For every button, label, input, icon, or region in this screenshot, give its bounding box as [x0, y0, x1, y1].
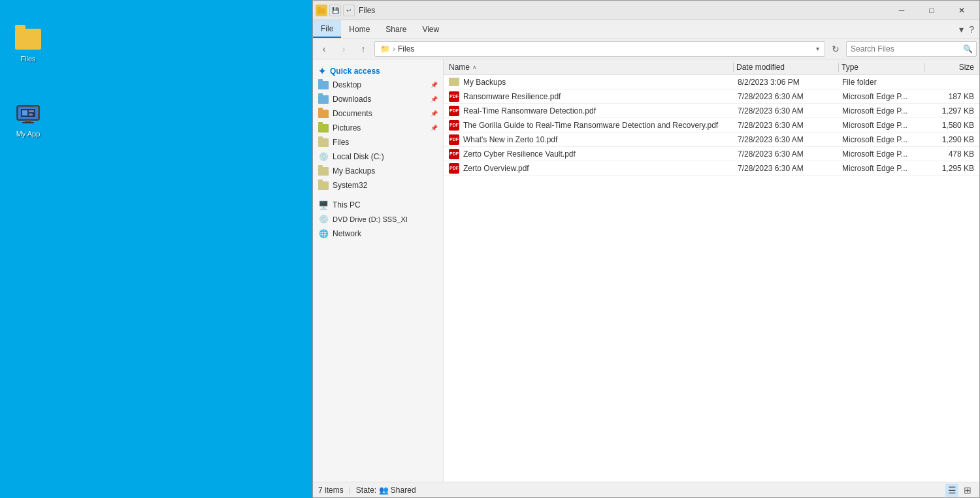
folder-icon: [449, 78, 459, 86]
sidebar-item-desktop-label: Desktop: [333, 80, 361, 89]
menu-file[interactable]: File: [313, 20, 341, 38]
menu-share[interactable]: Share: [378, 20, 414, 38]
table-row[interactable]: PDF The Gorilla Guide to Real-Time Ranso…: [444, 118, 979, 132]
file-name-cell: PDF What's New in Zerto 10.pdf: [446, 134, 735, 145]
sidebar-item-dvd-drive[interactable]: 💿 DVD Drive (D:) SSS_XI: [313, 212, 443, 226]
close-button[interactable]: ✕: [947, 1, 977, 20]
menu-view[interactable]: View: [414, 20, 447, 38]
sidebar-item-downloads[interactable]: Downloads 📌: [313, 92, 443, 106]
forward-button[interactable]: ›: [335, 41, 352, 57]
title-bar-undo-icon: ↩: [343, 5, 355, 16]
back-button[interactable]: ‹: [316, 41, 333, 57]
file-size-cell: 1,290 KB: [924, 135, 977, 144]
menu-help-icon[interactable]: ?: [969, 24, 974, 35]
col-header-size[interactable]: Size: [924, 63, 977, 72]
sidebar-item-files[interactable]: Files: [313, 135, 443, 149]
sidebar-item-downloads-label: Downloads: [333, 95, 371, 104]
file-name: Zerto Cyber Resilience Vault.pdf: [463, 149, 576, 159]
table-row[interactable]: PDF Zerto Overview.pdf 7/28/2023 6:30 AM…: [444, 161, 979, 176]
pin-icon-desktop: 📌: [431, 82, 438, 88]
quick-access-star-icon: ✦: [318, 66, 326, 76]
address-path[interactable]: 📁 › Files ▾: [374, 41, 825, 57]
this-pc-icon: 🖥️: [318, 200, 329, 210]
main-area: ✦ Quick access Desktop 📌 Downloads 📌: [313, 59, 979, 482]
desktop-icon-files-label: Files: [20, 55, 35, 63]
up-button[interactable]: ↑: [355, 41, 372, 57]
file-date-cell: 7/28/2023 6:30 AM: [735, 106, 840, 116]
pin-icon-pictures: 📌: [431, 125, 438, 131]
sidebar-item-my-backups[interactable]: My Backups: [313, 164, 443, 178]
refresh-button[interactable]: ↻: [828, 41, 843, 57]
pin-icon-downloads: 📌: [431, 96, 438, 102]
file-list: Name ∧ Date modified Type Size: [444, 59, 979, 482]
file-size-cell: 1,295 KB: [924, 164, 977, 173]
svg-rect-6: [25, 120, 31, 122]
file-name: My Backups: [463, 78, 506, 87]
sidebar-item-network[interactable]: 🌐 Network: [313, 226, 443, 241]
sidebar-item-this-pc[interactable]: 🖥️ This PC: [313, 198, 443, 212]
desktop-icon-myapp[interactable]: My App: [5, 101, 51, 138]
sidebar-item-local-disk[interactable]: 💿 Local Disk (C:): [313, 149, 443, 164]
title-bar-controls: ─ □ ✕: [887, 1, 977, 20]
table-row[interactable]: PDF Zerto Cyber Resilience Vault.pdf 7/2…: [444, 147, 979, 161]
pdf-icon: PDF: [449, 106, 459, 116]
file-type-cell: Microsoft Edge P...: [840, 135, 924, 144]
svg-rect-9: [318, 7, 321, 9]
path-icon: 📁: [380, 44, 390, 54]
title-bar-folder-icon: [316, 5, 327, 16]
system32-folder-icon: [318, 180, 329, 191]
path-current: Files: [398, 44, 414, 54]
pin-icon-documents: 📌: [431, 110, 438, 117]
file-name: What's New in Zerto 10.pdf: [463, 135, 557, 144]
desktop-icon-files[interactable]: Files: [5, 26, 51, 63]
dvd-drive-icon: 💿: [318, 214, 329, 225]
menu-collapse-icon[interactable]: ▾: [959, 24, 964, 35]
file-date-cell: 7/28/2023 6:30 AM: [735, 149, 840, 159]
file-date-cell: 7/28/2023 6:30 AM: [735, 164, 840, 173]
svg-rect-4: [29, 110, 34, 112]
network-icon: 🌐: [318, 228, 329, 239]
sidebar-item-system32[interactable]: System32: [313, 178, 443, 193]
minimize-button[interactable]: ─: [887, 1, 917, 20]
file-name: Zerto Overview.pdf: [463, 164, 529, 173]
address-dropdown-icon[interactable]: ▾: [816, 45, 819, 52]
quick-access-label: Quick access: [330, 67, 380, 76]
explorer-window: 💾 ↩ Files ─ □ ✕ File Home Share View ▾ ?…: [312, 0, 980, 498]
sidebar-item-documents[interactable]: Documents 📌: [313, 106, 443, 121]
sidebar-item-desktop[interactable]: Desktop 📌: [313, 78, 443, 92]
sidebar-item-network-label: Network: [333, 229, 361, 238]
file-size-cell: 1,580 KB: [924, 121, 977, 130]
sidebar-item-pictures[interactable]: Pictures 📌: [313, 121, 443, 135]
details-view-button[interactable]: ☰: [945, 484, 958, 497]
my-backups-folder-icon: [318, 166, 329, 176]
menu-home[interactable]: Home: [341, 20, 378, 38]
table-row[interactable]: PDF Ransomware Resilience.pdf 7/28/2023 …: [444, 89, 979, 104]
file-name-cell: PDF The Gorilla Guide to Real-Time Ranso…: [446, 120, 735, 131]
sidebar-item-dvd-drive-label: DVD Drive (D:) SSS_XI: [333, 215, 408, 223]
tiles-view-button[interactable]: ⊞: [961, 484, 974, 497]
table-row[interactable]: PDF What's New in Zerto 10.pdf 7/28/2023…: [444, 132, 979, 147]
file-name-cell: PDF Zerto Overview.pdf: [446, 163, 735, 174]
title-bar: 💾 ↩ Files ─ □ ✕: [313, 1, 979, 20]
table-row[interactable]: PDF Real-Time Ransomware Detection.pdf 7…: [444, 104, 979, 118]
col-header-type[interactable]: Type: [839, 63, 924, 72]
col-date-label: Date modified: [736, 63, 785, 72]
file-size-cell: 187 KB: [924, 92, 977, 101]
maximize-button[interactable]: □: [917, 1, 947, 20]
search-input[interactable]: [846, 41, 977, 57]
table-row[interactable]: My Backups 8/2/2023 3:06 PM File folder: [444, 75, 979, 89]
file-type-cell: Microsoft Edge P...: [840, 149, 924, 159]
desktop-background: [0, 0, 312, 498]
sidebar-quick-access-header[interactable]: ✦ Quick access: [313, 62, 443, 78]
pdf-icon: PDF: [449, 134, 459, 145]
sidebar-item-system32-label: System32: [333, 181, 367, 190]
file-date-cell: 7/28/2023 6:30 AM: [735, 121, 840, 130]
sidebar-item-this-pc-label: This PC: [333, 200, 361, 210]
file-type-cell: Microsoft Edge P...: [840, 121, 924, 130]
col-header-date[interactable]: Date modified: [734, 63, 838, 72]
pictures-folder-icon: [318, 123, 329, 133]
col-header-name[interactable]: Name ∧: [446, 63, 733, 72]
title-bar-save-icon: 💾: [329, 5, 341, 16]
pdf-icon: PDF: [449, 91, 459, 102]
desktop-folder-icon: [318, 80, 329, 90]
